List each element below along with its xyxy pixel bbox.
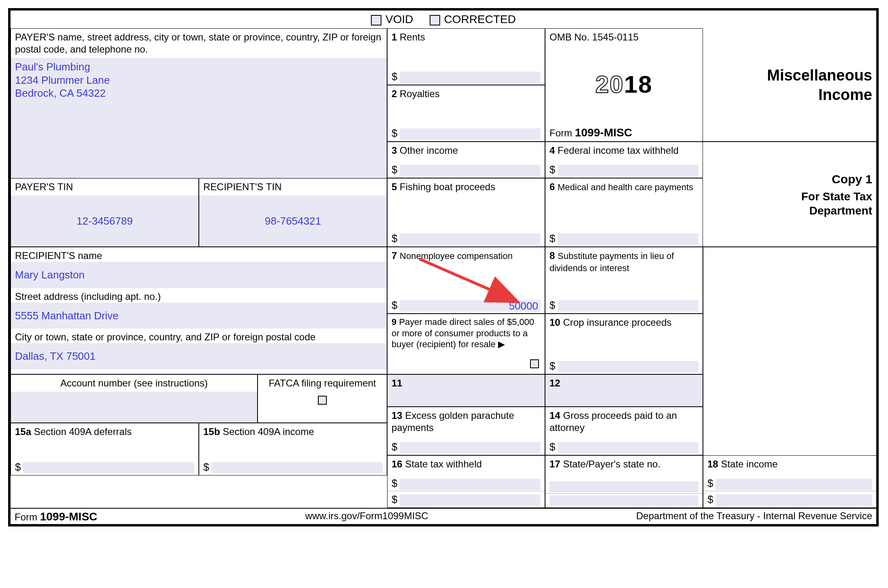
box-12: 12 xyxy=(545,374,703,407)
box-17: 17 State/Payer's state no. xyxy=(545,455,703,508)
box-17-label: State/Payer's state no. xyxy=(563,459,660,469)
box-4-label: Federal income tax withheld xyxy=(558,145,679,156)
box-13-value[interactable] xyxy=(400,442,541,453)
recipient-city-label: City or town, state or province, country… xyxy=(11,329,387,343)
box-16-value-1[interactable] xyxy=(400,479,541,490)
box-9-checkbox[interactable] xyxy=(530,359,539,368)
box-3: 3 Other income $ xyxy=(387,142,545,178)
payer-tin-cell: PAYER'S TIN 12-3456789 xyxy=(11,178,199,247)
corrected-checkbox[interactable] xyxy=(430,15,440,25)
box-1-value[interactable] xyxy=(400,72,541,83)
box-15a: 15a Section 409A deferrals $ xyxy=(11,423,199,475)
title-line2: Income xyxy=(707,85,872,105)
box-1: 1 Rents $ xyxy=(387,28,545,85)
box-16-label: State tax withheld xyxy=(405,459,481,469)
copy-block: Copy 1 For State Tax Department xyxy=(703,142,876,247)
omb-number: OMB No. 1545-0115 xyxy=(549,31,639,43)
payer-label: PAYER'S name, street address, city or to… xyxy=(15,31,383,55)
box-13-label: Excess golden parachute payments xyxy=(392,410,514,433)
box-5: 5 Fishing boat proceeds $ xyxy=(387,178,545,247)
account-number-label: Account number (see instructions) xyxy=(15,377,253,389)
meta-block: OMB No. 1545-0115 2018 Form 1099-MISC xyxy=(545,28,703,142)
box-4: 4 Federal income tax withheld $ xyxy=(545,142,703,178)
box-15a-label: Section 409A deferrals xyxy=(34,426,132,437)
box-18: 18 State income $ $ xyxy=(703,455,876,508)
box-10: 10 Crop insurance proceeds $ xyxy=(545,314,703,374)
box-17-value-2[interactable] xyxy=(549,495,698,506)
box-16: 16 State tax withheld $ $ xyxy=(387,455,545,508)
box-15b-label: Section 409A income xyxy=(223,426,314,437)
box-13: 13 Excess golden parachute payments $ xyxy=(387,407,545,455)
box-8-value[interactable] xyxy=(558,300,698,312)
box-7: 7 Nonemployee compensation $50000 xyxy=(387,247,545,314)
void-checkbox[interactable] xyxy=(371,15,381,25)
account-number-cell: Account number (see instructions) xyxy=(11,374,258,423)
recipient-block: RECIPIENT'S name Mary Langston Street ad… xyxy=(11,247,387,374)
box-10-label: Crop insurance proceeds xyxy=(563,317,671,328)
fatca-label: FATCA filing requirement xyxy=(269,377,376,389)
recipient-tin-cell: RECIPIENT'S TIN 98-7654321 xyxy=(199,178,387,247)
box-7-value[interactable]: 50000 xyxy=(400,300,541,312)
payer-addr1[interactable]: 1234 Plummer Lane xyxy=(15,74,383,87)
box-2: 2 Royalties $ xyxy=(387,85,545,142)
void-label: VOID xyxy=(385,13,413,25)
corrected-option: CORRECTED xyxy=(430,13,516,26)
recipient-name-label: RECIPIENT'S name xyxy=(11,247,387,262)
box-14: 14 Gross proceeds paid to an attorney $ xyxy=(545,407,703,455)
box-9-label: Payer made direct sales of $5,000 or mor… xyxy=(392,317,534,349)
box-9: 9 Payer made direct sales of $5,000 or m… xyxy=(387,314,545,374)
box-6: 6 Medical and health care payments $ xyxy=(545,178,703,247)
form-1099-misc: VOID CORRECTED PAYER'S name, street addr… xyxy=(8,8,879,526)
box-18-label: State income xyxy=(721,459,777,469)
fatca-checkbox[interactable] xyxy=(318,396,327,405)
box-2-value[interactable] xyxy=(400,128,541,140)
payer-tin[interactable]: 12-3456789 xyxy=(77,214,133,228)
recipient-name[interactable]: Mary Langston xyxy=(15,269,85,281)
footer-url: www.irs.gov/Form1099MISC xyxy=(305,510,428,523)
form-label: Form xyxy=(549,127,572,138)
right-blank xyxy=(703,247,876,455)
recipient-street[interactable]: 5555 Manhattan Drive xyxy=(15,310,119,322)
recipient-city[interactable]: Dallas, TX 75001 xyxy=(15,350,96,362)
footer-dept: Department of the Treasury - Internal Re… xyxy=(636,510,872,523)
footer: Form 1099-MISC www.irs.gov/Form1099MISC … xyxy=(11,508,876,524)
box-4-value[interactable] xyxy=(558,165,698,176)
box-17-value-1[interactable] xyxy=(549,481,698,492)
fatca-cell: FATCA filing requirement xyxy=(258,374,387,423)
recipient-tin[interactable]: 98-7654321 xyxy=(265,214,321,228)
corrected-label: CORRECTED xyxy=(444,13,516,25)
box-11: 11 xyxy=(387,374,545,407)
box-10-value[interactable] xyxy=(558,361,698,372)
box-6-label: Medical and health care payments xyxy=(558,182,693,192)
payer-block: PAYER'S name, street address, city or to… xyxy=(11,28,387,178)
footer-form: Form 1099-MISC xyxy=(15,510,97,523)
box-15a-value[interactable] xyxy=(23,462,194,473)
box-3-label: Other income xyxy=(400,145,458,156)
payer-name[interactable]: Paul's Plumbing xyxy=(15,60,383,74)
void-option: VOID xyxy=(371,13,413,26)
box-6-value[interactable] xyxy=(558,234,698,245)
box-14-label: Gross proceeds paid to an attorney xyxy=(549,410,677,433)
for-state-2: Department xyxy=(707,204,872,218)
box-8: 8 Substitute payments in lieu of dividen… xyxy=(545,247,703,314)
box-15b-value[interactable] xyxy=(211,462,383,473)
for-state-1: For State Tax xyxy=(707,189,872,204)
form-number: 1099-MISC xyxy=(575,126,632,139)
recipient-tin-label: RECIPIENT'S TIN xyxy=(203,181,383,193)
box-2-label: Royalties xyxy=(400,88,440,99)
box-18-value-1[interactable] xyxy=(716,479,872,490)
payer-addr2[interactable]: Bedrock, CA 54322 xyxy=(15,87,383,100)
box-8-label: Substitute payments in lieu of dividends… xyxy=(549,251,674,273)
box-18-value-2[interactable] xyxy=(716,495,872,506)
payer-tin-label: PAYER'S TIN xyxy=(15,181,194,193)
tax-year: 2018 xyxy=(595,69,653,100)
topbar: VOID CORRECTED xyxy=(11,11,876,28)
box-15b: 15b Section 409A income $ xyxy=(199,423,387,475)
box-7-label: Nonemployee compensation xyxy=(400,251,513,261)
copy-label: Copy 1 xyxy=(707,172,872,187)
box-14-value[interactable] xyxy=(558,442,698,453)
title-line1: Miscellaneous xyxy=(707,66,872,85)
box-16-value-2[interactable] xyxy=(400,495,541,506)
box-5-value[interactable] xyxy=(400,234,541,245)
box-3-value[interactable] xyxy=(400,165,541,176)
